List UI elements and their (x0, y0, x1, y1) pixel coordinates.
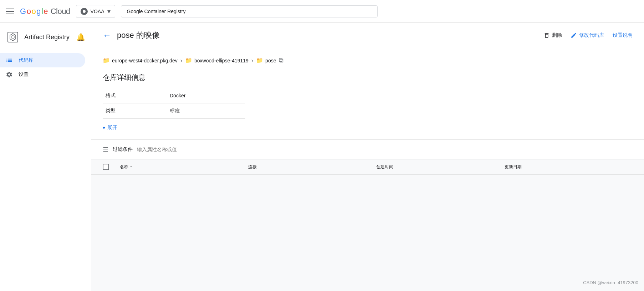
breadcrumb-sep-1: › (180, 57, 182, 64)
breadcrumb-project: boxwood-ellipse-419119 (194, 58, 249, 63)
search-bar[interactable]: Google Container Registry (121, 5, 378, 17)
chevron-down-icon: ▾ (103, 125, 105, 131)
svg-marker-1 (10, 34, 16, 41)
delete-button[interactable]: 删除 (543, 32, 562, 39)
detail-value-format: Docker (167, 88, 245, 103)
detail-key-type: 类型 (103, 103, 167, 119)
docs-label: 设置说明 (613, 32, 633, 39)
breadcrumb-item-project: 📁 boxwood-ellipse-419119 (185, 57, 249, 64)
menu-button[interactable] (6, 7, 14, 16)
trash-icon (543, 32, 550, 39)
sidebar-title: Artifact Registry (24, 34, 70, 41)
top-bar: Google Cloud VOAA ▾ Google Container Reg… (0, 0, 644, 23)
watermark: CSDN @weixin_41973200 (583, 280, 638, 285)
breadcrumb-repo: pose (265, 58, 276, 63)
sort-icon[interactable]: ↑ (130, 164, 132, 170)
column-header-link: 连接 (248, 164, 377, 170)
sidebar-item-settings-label: 设置 (19, 71, 29, 78)
layout: Artifact Registry 🔔 代码库 设置 (0, 23, 644, 291)
expand-label: 展开 (107, 124, 117, 131)
filter-bar: ☰ 过滤条件 (91, 139, 644, 159)
breadcrumb-registry: europe-west4-docker.pkg.dev (112, 58, 178, 63)
project-name: VOAA (91, 9, 104, 14)
column-created-label: 创建时间 (376, 164, 393, 169)
sidebar-item-repositories-label: 代码库 (19, 57, 34, 63)
column-updated-label: 更新日期 (505, 164, 522, 169)
google-logo: Google Cloud (20, 7, 70, 16)
breadcrumb: 📁 europe-west4-docker.pkg.dev › 📁 boxwoo… (103, 57, 633, 64)
column-header-name: 名称 ↑ (120, 164, 248, 170)
select-all-checkbox-cell (103, 164, 120, 170)
edit-label: 修改代码库 (579, 32, 604, 39)
folder-icon-2: 📁 (185, 57, 192, 64)
select-all-checkbox[interactable] (103, 164, 109, 170)
folder-icon: 📁 (103, 57, 110, 64)
column-link-label: 连接 (248, 164, 257, 169)
filter-icon: ☰ (103, 146, 108, 153)
column-name-label: 名称 (120, 164, 128, 170)
breadcrumb-item-registry: 📁 europe-west4-docker.pkg.dev (103, 57, 178, 64)
sidebar-item-settings[interactable]: 设置 (0, 67, 85, 82)
sidebar: Artifact Registry 🔔 代码库 设置 (0, 23, 91, 291)
search-placeholder: Google Container Registry (127, 9, 186, 14)
column-header-updated: 更新日期 (505, 164, 633, 170)
project-selector[interactable]: VOAA ▾ (76, 5, 115, 18)
sidebar-nav: 代码库 设置 (0, 50, 91, 85)
chevron-down-icon: ▾ (107, 7, 111, 15)
page-header: ← pose 的映像 删除 修改代码库 设置说明 (91, 23, 644, 48)
artifact-registry-logo (6, 30, 20, 44)
breadcrumb-sep-2: › (251, 57, 253, 64)
header-actions: 删除 修改代码库 设置说明 (543, 32, 633, 39)
section-title: 仓库详细信息 (103, 73, 633, 82)
docs-button[interactable]: 设置说明 (613, 32, 633, 39)
table-header: 名称 ↑ 连接 创建时间 更新日期 (91, 159, 644, 175)
sidebar-item-repositories[interactable]: 代码库 (0, 53, 85, 67)
table-row: 类型 标准 (103, 103, 245, 119)
back-button[interactable]: ← (103, 30, 111, 40)
details-table: 格式 Docker 类型 标准 (103, 88, 245, 119)
page-title: pose 的映像 (117, 30, 538, 41)
bell-icon[interactable]: 🔔 (76, 33, 85, 41)
table-row: 格式 Docker (103, 88, 245, 103)
svg-marker-2 (11, 35, 14, 39)
content-area: 📁 europe-west4-docker.pkg.dev › 📁 boxwoo… (91, 48, 644, 139)
detail-key-format: 格式 (103, 88, 167, 103)
filter-input[interactable] (137, 147, 633, 152)
breadcrumb-item-repo: 📁 pose (256, 57, 276, 64)
filter-label: 过滤条件 (113, 146, 133, 153)
main-content: ← pose 的映像 删除 修改代码库 设置说明 (91, 23, 644, 291)
edit-button[interactable]: 修改代码库 (571, 32, 604, 39)
sidebar-header: Artifact Registry 🔔 (0, 23, 91, 50)
folder-icon-3: 📁 (256, 57, 263, 64)
detail-value-type: 标准 (167, 103, 245, 119)
expand-button[interactable]: ▾ 展开 (103, 124, 117, 131)
gear-icon (6, 71, 13, 78)
delete-label: 删除 (552, 32, 562, 39)
copy-button[interactable]: ⧉ (279, 57, 283, 64)
edit-icon (571, 32, 577, 39)
project-avatar (81, 8, 88, 15)
list-icon (6, 57, 13, 64)
column-header-created: 创建时间 (376, 164, 505, 170)
